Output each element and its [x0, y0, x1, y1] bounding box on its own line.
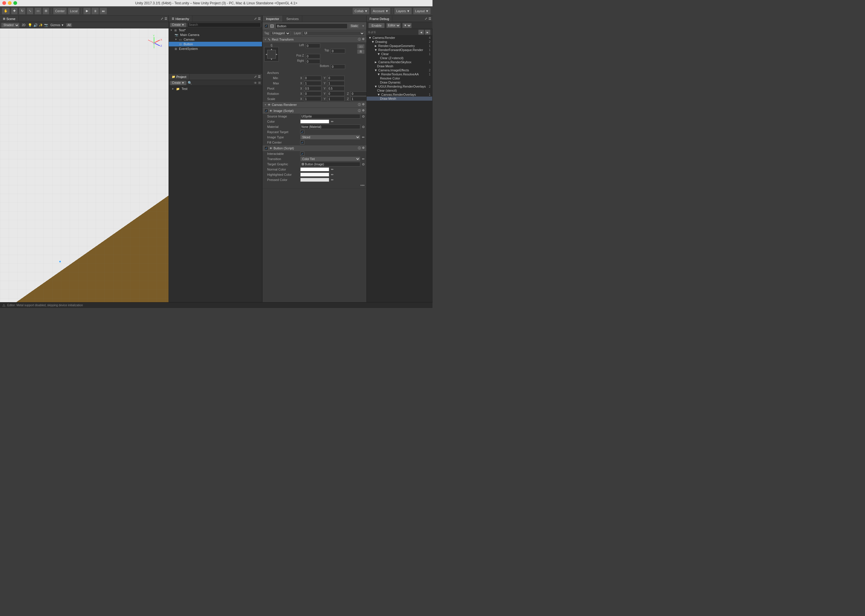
fd-draw-dynamic[interactable]: Draw Dynamic [366, 80, 432, 84]
2d-button[interactable]: 2D [20, 24, 27, 27]
scale-tool[interactable]: ⤡ [27, 8, 33, 14]
scene-tab[interactable]: ⊞ Scene [0, 16, 19, 22]
fd-render-forward[interactable]: ▼ RenderForwardOpaque.Render 1 [366, 48, 432, 52]
play-button[interactable]: ▶ [83, 8, 91, 14]
fd-editor-dropdown[interactable]: Editor [386, 23, 401, 28]
anchor-preset-button[interactable]: ◄ ► ▲ ▼ [264, 47, 279, 61]
account-button[interactable]: Account ▼ [371, 8, 390, 14]
gizmos-dropdown[interactable]: Gizmos ▼ [50, 24, 64, 27]
button-enabled-checkbox[interactable]: ✓ [264, 146, 268, 150]
rect-tool[interactable]: ▭ [35, 8, 41, 14]
material-field[interactable]: None (Material) [300, 124, 360, 129]
fd-mode-dropdown[interactable]: ▼ [402, 23, 412, 28]
rt-r-btn[interactable]: R [357, 49, 365, 54]
scene-light-icon[interactable]: 💡 [28, 23, 32, 27]
move-tool[interactable]: ✚ [11, 8, 18, 14]
image-type-edit-icon[interactable]: ✏ [362, 135, 365, 139]
transition-dropdown[interactable]: Color Tint [300, 157, 360, 161]
normal-color-swatch[interactable] [300, 167, 329, 171]
fd-draw-mesh-final[interactable]: Draw Mesh [366, 97, 432, 101]
pivot-x-input[interactable] [304, 86, 321, 91]
hierarchy-maximize-icon[interactable]: ⤢ [254, 17, 257, 20]
fd-ugui-overlays[interactable]: ▼ UGUI.Rendering.RenderOverlays 2 [366, 84, 432, 88]
pause-button[interactable]: ⏸ [91, 8, 99, 14]
rt-info-icon[interactable]: ⓘ [358, 38, 361, 41]
button-script-header[interactable]: ✓ 👁 Button (Script) ⓘ ⚙ [263, 145, 366, 151]
pressed-color-swatch[interactable] [300, 178, 329, 182]
scene-menu[interactable]: ☰ [165, 17, 167, 20]
color-picker-icon[interactable]: ✏ [331, 120, 333, 124]
material-select-icon[interactable]: ⊙ [362, 125, 365, 129]
inspector-tab[interactable]: Inspector [263, 16, 283, 22]
rt-blueprint-btn[interactable]: □□ [357, 44, 365, 49]
fill-center-checkbox[interactable]: ✓ [300, 140, 304, 145]
fd-maximize-icon[interactable]: ⤢ [425, 17, 427, 20]
normal-color-edit-icon[interactable]: ✏ [331, 168, 333, 171]
hierarchy-search[interactable] [188, 23, 261, 27]
dots-icon[interactable]: ••• [360, 183, 365, 188]
min-x-input[interactable] [304, 76, 321, 80]
fd-clear-stencil[interactable]: Clear (Z+stencil) [366, 56, 432, 60]
fd-clear[interactable]: ▼ Clear 1 [366, 52, 432, 56]
hierarchy-create-btn[interactable]: Create ▼ [170, 23, 187, 27]
project-maximize-icon[interactable]: ⤢ [254, 75, 257, 79]
static-dropdown-icon[interactable]: ▼ [362, 24, 365, 28]
btn-info-icon[interactable]: ⓘ [358, 146, 361, 150]
scene-fx-icon[interactable]: ✨ [39, 23, 43, 27]
transition-edit-icon[interactable]: ✏ [362, 157, 365, 161]
fd-clear-stencil-2[interactable]: Clear (stencil) [366, 88, 432, 93]
highlighted-color-swatch[interactable] [300, 173, 329, 177]
max-y-input[interactable] [327, 81, 344, 86]
bottom-input[interactable] [331, 64, 345, 69]
hierarchy-item-main-camera[interactable]: 📷 Main Camera [169, 33, 262, 37]
hierarchy-item-canvas[interactable]: ▼ ▭ Canvas [169, 37, 262, 42]
posz-input[interactable] [306, 54, 320, 58]
project-menu-icon[interactable]: ☰ [258, 75, 261, 79]
project-item-test[interactable]: ► 📁 Test [170, 86, 261, 91]
fd-camera-render[interactable]: ▼ Camera.Render 4 [366, 36, 432, 40]
scale-x-input[interactable] [304, 97, 321, 101]
rotate-tool[interactable]: ↻ [19, 8, 25, 14]
layers-button[interactable]: Layers ▼ [394, 8, 412, 14]
rot-y-input[interactable] [327, 91, 344, 96]
project-tab[interactable]: 📁 Project [169, 74, 189, 80]
fd-render-opaque[interactable]: ► Render.OpaqueGeometry 1 [366, 44, 432, 48]
max-x-input[interactable] [304, 81, 321, 86]
right-input[interactable] [306, 59, 320, 64]
img-gear-icon[interactable]: ⚙ [362, 109, 365, 113]
canvas-renderer-header[interactable]: ▼ 👁 Canvas Renderer ⓘ ⚙ [263, 102, 366, 108]
hierarchy-tab[interactable]: ☰ Hierarchy [169, 16, 192, 22]
min-y-input[interactable] [327, 76, 344, 80]
fd-draw-mesh-1[interactable]: Draw Mesh [366, 64, 432, 68]
image-enabled-checkbox[interactable]: ✓ [264, 109, 268, 113]
rot-x-input[interactable] [304, 91, 321, 96]
rect-transform-header[interactable]: ▼ ⤡ Rect Transform ⓘ ⚙ [263, 36, 366, 42]
hierarchy-item-eventsystem[interactable]: ⊞ EventSystem [169, 46, 262, 51]
scale-z-input[interactable] [351, 97, 366, 101]
source-image-field[interactable]: UISprite [300, 114, 360, 119]
cr-info-icon[interactable]: ⓘ [358, 103, 361, 107]
image-type-dropdown[interactable]: Sliced [300, 135, 360, 140]
image-color-swatch[interactable] [300, 119, 329, 124]
image-script-header[interactable]: ✓ 👁 Image (Script) ⓘ ⚙ [263, 108, 366, 114]
hierarchy-item-button[interactable]: ⊟ Button [169, 42, 262, 46]
scene-camera-icon[interactable]: 📷 [44, 23, 48, 27]
close-button[interactable] [2, 1, 6, 5]
step-button[interactable]: ⏭ [99, 8, 107, 14]
layout-button[interactable]: Layout ▼ [413, 8, 431, 14]
target-graphic-select-icon[interactable]: ⊙ [362, 162, 365, 166]
hierarchy-menu-icon[interactable]: ☰ [258, 17, 261, 20]
transform-tool[interactable]: ⊞ [42, 8, 49, 14]
fd-image-effects[interactable]: ▼ Camera.ImageEffects 2 [366, 68, 432, 72]
project-eye-icon[interactable]: 👁 [254, 81, 257, 85]
fd-next-btn[interactable]: ► [425, 30, 431, 35]
shaded-dropdown[interactable]: Shaded [1, 23, 19, 28]
fd-render-skybox[interactable]: ► Camera.RenderSkybox 1 [366, 60, 432, 64]
scene-maximize[interactable]: ⤢ [161, 17, 163, 20]
interactable-checkbox[interactable]: ✓ [300, 152, 304, 156]
img-info-icon[interactable]: ⓘ [358, 109, 361, 113]
hand-tool[interactable]: ✋ [2, 8, 10, 14]
center-button[interactable]: Center [53, 8, 67, 14]
raycast-checkbox[interactable]: ✓ [300, 130, 304, 134]
fd-drawing[interactable]: ▼ Drawing 2 [366, 40, 432, 44]
